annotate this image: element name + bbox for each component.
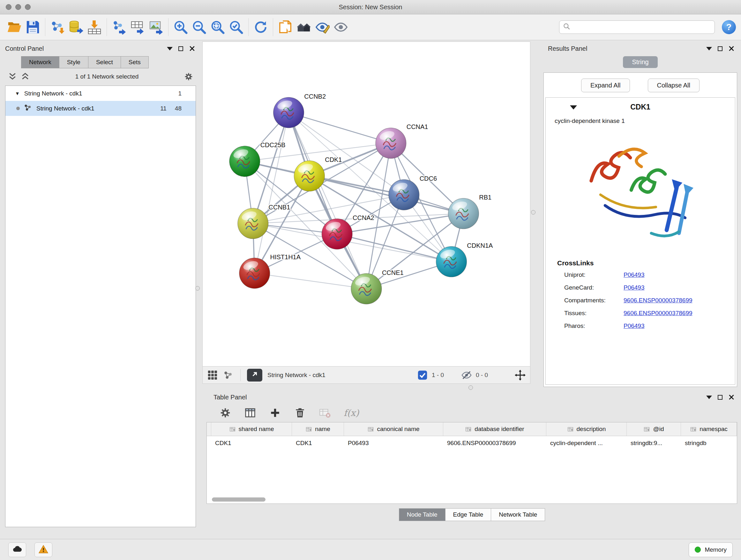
table-cell: CDK1 [292,436,344,450]
network-node-CCNA1[interactable]: CCNA1 [376,123,428,159]
control-panel-float-icon[interactable] [179,46,183,51]
network-tree-selected-row[interactable]: String Network - cdk1 11 48 [5,101,196,116]
open-session-button[interactable] [5,17,23,37]
tab-edge-table[interactable]: Edge Table [445,508,491,521]
equation-builder-button[interactable]: f(x) [344,408,359,418]
tree-root-label: String Network - cdk1 [24,90,82,97]
network-edge[interactable] [255,113,289,273]
table-panel-close-icon[interactable] [728,394,735,400]
tab-select[interactable]: Select [88,56,121,68]
crosslink-genecard-link[interactable]: P06493 [623,284,729,291]
network-tree-root-row[interactable]: ▼ String Network - cdk1 1 [5,86,196,101]
node-layer: CCNB2CCNA1CDC25BCDK1CDC6RB1CCNB1CCNA2CDK… [229,93,493,304]
column-header-canonical-name[interactable]: canonical name [344,422,443,436]
control-panel-menu-caret-icon[interactable] [167,47,173,51]
results-panel-float-icon[interactable] [718,46,723,51]
warning-icon [38,544,49,556]
export-table-button[interactable] [128,17,147,37]
collapse-all-chevrons-icon[interactable] [20,72,30,81]
tab-sets[interactable]: Sets [121,56,149,68]
apply-layout-button[interactable] [252,17,270,37]
zoom-out-button[interactable] [190,17,208,37]
import-network-button[interactable] [48,17,67,37]
view-eye-button[interactable] [332,17,350,37]
zoom-selected-button[interactable] [227,17,246,37]
memory-button[interactable]: Memory [689,543,733,557]
right-splitter-handle[interactable] [531,210,536,214]
table-row[interactable]: CDK1CDK1P064939606.ENSP00000378699cyclin… [207,436,737,450]
expand-all-chevrons-icon[interactable] [8,72,17,81]
crosslink-tissues-link[interactable]: 9606.ENSP00000378699 [623,310,729,317]
column-header--id[interactable]: @id [627,422,681,436]
export-network-button[interactable] [110,17,128,37]
new-column-button[interactable] [269,407,281,419]
table-panel-float-icon[interactable] [718,395,723,400]
column-header-name[interactable]: name [292,422,344,436]
bottom-splitter-handle[interactable] [468,385,473,390]
style-eye-button[interactable] [313,17,332,37]
network-node-RB1[interactable]: RB1 [448,194,491,229]
collapse-all-button[interactable]: Collapse All [648,78,700,92]
network-node-CDK1[interactable]: CDK1 [294,156,342,191]
import-table-button[interactable] [85,17,104,37]
tab-network[interactable]: Network [21,56,59,68]
column-header-database-identifier[interactable]: database identifier [443,422,546,436]
network-share-toggle-icon[interactable] [223,370,234,381]
warning-status-button[interactable] [35,543,52,557]
network-edge[interactable] [255,273,366,289]
zoom-window-button[interactable] [25,4,30,10]
pan-crosshair-icon[interactable] [515,370,526,381]
protein-structure-image [572,132,709,255]
table-panel-menu-caret-icon[interactable] [706,395,712,399]
network-edge[interactable] [288,113,391,143]
tab-string[interactable]: String [623,56,657,68]
search-input[interactable] [571,23,711,31]
results-panel-close-icon[interactable] [728,45,735,52]
column-header-description[interactable]: description [546,422,627,436]
cloud-status-button[interactable] [8,543,26,557]
column-header-namespac[interactable]: namespac [681,422,737,436]
toolbar-separator [248,18,249,36]
zoom-fit-button[interactable] [208,17,227,37]
import-database-button[interactable] [67,17,85,37]
crosslink-uniprot-link[interactable]: P06493 [623,271,729,278]
column-header-shared-name[interactable]: shared name [211,422,292,436]
tab-network-table[interactable]: Network Table [491,508,545,521]
delete-table-button[interactable] [294,407,306,419]
hidden-eye-slash-icon[interactable] [461,370,472,381]
column-visibility-button[interactable] [244,407,256,419]
open-external-button[interactable] [247,369,262,381]
expand-all-button[interactable]: Expand All [581,78,630,92]
tab-node-table[interactable]: Node Table [399,508,446,521]
network-node-HIST1H1A[interactable]: HIST1H1A [239,253,301,289]
network-selection-row: 1 of 1 Network selected [3,68,198,85]
table-horizontal-scrollbar[interactable] [212,497,266,502]
control-panel-close-icon[interactable] [189,45,195,52]
network-node-CCNB1[interactable]: CCNB1 [238,204,290,239]
zoom-in-button[interactable] [172,17,190,37]
table-options-button[interactable] [219,407,231,419]
export-image-button[interactable] [147,17,165,37]
tab-style[interactable]: Style [59,56,88,68]
close-window-button[interactable] [6,4,11,10]
string-home-button[interactable] [294,17,313,37]
crosslink-pharos-link[interactable]: P06493 [623,322,729,329]
clear-column-button[interactable] [319,407,331,419]
tree-expand-caret-icon[interactable]: ▼ [15,91,20,96]
crosslink-compartments-link[interactable]: 9606.ENSP00000378699 [623,297,729,304]
help-button[interactable]: ? [722,20,736,34]
minimize-window-button[interactable] [15,4,21,10]
network-canvas[interactable]: CCNB2CCNA1CDC25BCDK1CDC6RB1CCNB1CCNA2CDK… [202,42,530,367]
birdseye-grid-icon[interactable] [207,370,218,381]
network-edge[interactable] [309,176,463,213]
left-splitter-handle[interactable] [195,286,200,291]
network-edge[interactable] [288,113,366,289]
network-options-gear-icon[interactable] [184,72,193,81]
results-panel-menu-caret-icon[interactable] [706,47,712,51]
selected-checkbox-icon[interactable] [417,370,428,381]
network-node-CDKN1A[interactable]: CDKN1A [436,242,493,277]
network-node-CCNB2[interactable]: CCNB2 [273,93,326,128]
command-doc-button[interactable] [276,17,294,37]
protein-collapse-caret-icon[interactable] [570,105,577,110]
save-session-button[interactable] [23,17,42,37]
